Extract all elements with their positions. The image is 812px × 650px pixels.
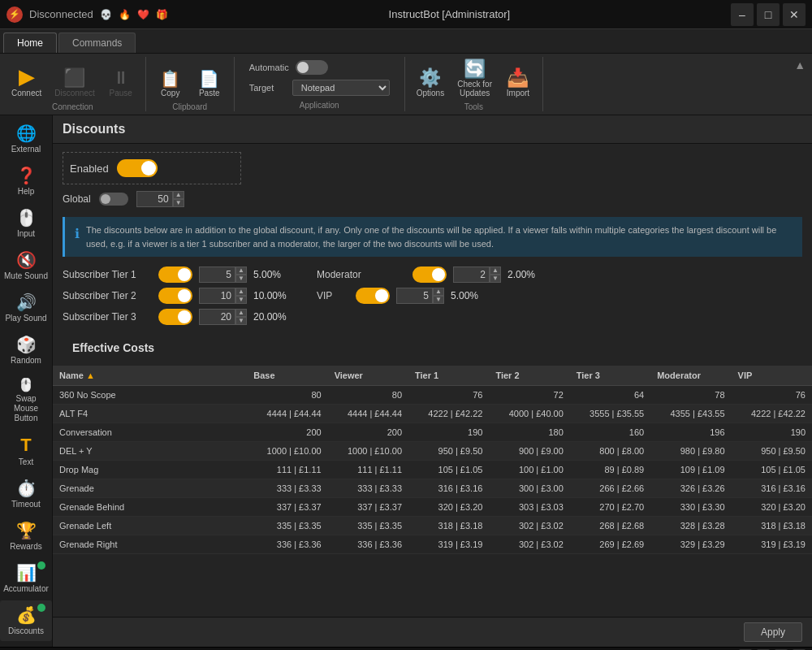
cell-moderator: 196 — [650, 423, 731, 442]
cell-moderator: 329 | £3.29 — [650, 535, 731, 554]
sidebar-item-text[interactable]: T Text — [0, 430, 52, 472]
sidebar-item-help[interactable]: ❓ Help — [0, 161, 52, 202]
col-tier1[interactable]: Tier 1 — [408, 366, 489, 386]
sidebar-item-random[interactable]: 🎲 Random — [0, 330, 52, 370]
subscriber-section: Subscriber Tier 1 ▲ ▼ 5.00% Moderator — [63, 266, 802, 325]
vip-toggle-knob — [375, 289, 388, 302]
sidebar-item-discounts[interactable]: 💰 Discounts — [0, 600, 52, 641]
moderator-spin-down[interactable]: ▼ — [490, 275, 501, 283]
sidebar-item-play-sound[interactable]: 🔊 Play Sound — [0, 288, 52, 328]
cell-vip: 105 | £1.05 — [732, 461, 812, 479]
tier2-input[interactable] — [199, 288, 235, 304]
disconnect-button[interactable]: ⬛ Disconnect — [50, 66, 99, 101]
cell-vip: 190 — [732, 423, 812, 442]
tier3-input[interactable] — [199, 309, 235, 325]
tier2-spin-up[interactable]: ▲ — [235, 288, 247, 296]
vip-toggle[interactable] — [356, 288, 390, 304]
vip-input[interactable] — [396, 288, 433, 304]
global-toggle[interactable] — [99, 193, 128, 206]
cell-name: Conversation — [53, 423, 247, 442]
section-title: Discounts — [63, 122, 125, 136]
vip-spin-up[interactable]: ▲ — [433, 288, 444, 296]
tier1-input[interactable] — [199, 266, 235, 283]
global-spin-up[interactable]: ▲ — [173, 191, 184, 199]
options-icon: ⚙️ — [419, 69, 441, 87]
sidebar-item-mute-sound[interactable]: 🔇 Mute Sound — [0, 245, 52, 286]
cell-tier2: 180 — [489, 423, 569, 442]
col-base[interactable]: Base — [247, 366, 327, 386]
tier2-toggle[interactable] — [158, 288, 192, 304]
tab-home[interactable]: Home — [3, 32, 57, 53]
sidebar-item-input[interactable]: 🖱️ Input — [0, 203, 52, 244]
cell-name: DEL + Y — [53, 442, 247, 461]
connection-status: Disconnected — [29, 8, 93, 20]
cell-base: 1000 | £10.00 — [247, 442, 327, 461]
cell-tier1: 105 | £1.05 — [408, 461, 489, 479]
vip-spin-group: ▲ ▼ — [433, 288, 444, 304]
info-box: ℹ The discounts below are in addition to… — [63, 217, 802, 257]
sidebar-item-rewards[interactable]: 🏆 Rewards — [0, 516, 52, 557]
tier1-spin-up[interactable]: ▲ — [235, 266, 247, 275]
tab-commands[interactable]: Commands — [58, 32, 136, 53]
play-sound-label: Play Sound — [5, 314, 46, 323]
accumulator-icon: 📊 — [16, 563, 37, 583]
import-button[interactable]: 📥 Import — [500, 66, 536, 101]
global-label: Global — [63, 193, 91, 205]
paste-button[interactable]: 📄 Paste — [192, 67, 227, 101]
pause-button[interactable]: ⏸ Pause — [103, 66, 139, 101]
sidebar-item-accumulator[interactable]: 📊 Accumulator — [0, 558, 52, 599]
col-viewer[interactable]: Viewer — [328, 366, 408, 386]
options-button[interactable]: ⚙️ Options — [412, 66, 449, 101]
moderator-input[interactable] — [453, 266, 490, 283]
maximize-button[interactable]: □ — [757, 3, 780, 26]
vip-spin-down[interactable]: ▼ — [433, 296, 444, 304]
automatic-toggle[interactable] — [296, 60, 328, 75]
col-name[interactable]: Name — [53, 366, 247, 386]
sidebar-item-timeout[interactable]: ⏱️ Timeout — [0, 474, 52, 514]
tier3-toggle[interactable] — [158, 309, 192, 325]
accumulator-label: Accumulator — [3, 584, 49, 594]
ribbon-tools-group: ⚙️ Options 🔄 Check forUpdates 📥 Import T… — [405, 57, 543, 111]
tier2-spin-down[interactable]: ▼ — [235, 296, 247, 304]
apply-button[interactable]: Apply — [744, 622, 802, 642]
automatic-row: Automatic — [249, 60, 390, 75]
connect-icon: ▶ — [19, 66, 35, 87]
close-button[interactable]: ✕ — [783, 3, 806, 26]
ribbon-collapse-button[interactable]: ▲ — [788, 57, 812, 73]
automatic-label: Automatic — [249, 63, 289, 72]
sidebar-item-external[interactable]: 🌐 External — [0, 119, 52, 159]
check-updates-button[interactable]: 🔄 Check forUpdates — [452, 57, 497, 101]
connect-button[interactable]: ▶ Connect — [6, 63, 46, 101]
sidebar-item-swap-mouse[interactable]: 🖱️ Swap Mouse Button — [0, 372, 52, 428]
target-select[interactable]: Notepad — [292, 80, 390, 96]
title-bar-left: ⚡ Disconnected 💀 🔥 ❤️ 🎁 — [6, 6, 168, 23]
tier3-spin-down[interactable]: ▼ — [235, 317, 247, 325]
check-updates-icon: 🔄 — [464, 60, 486, 78]
enabled-toggle[interactable] — [117, 159, 158, 177]
col-tier2[interactable]: Tier 2 — [489, 366, 569, 386]
cell-tier3: 270 | £2.70 — [570, 498, 650, 517]
global-value-input[interactable]: 50 — [136, 191, 173, 207]
table-body: 360 No Scope 80 80 76 72 64 78 76 ALT F4… — [53, 386, 812, 554]
input-icon: 🖱️ — [16, 208, 37, 228]
tier3-spin-up[interactable]: ▲ — [235, 309, 247, 317]
cell-vip: 316 | £3.16 — [732, 479, 812, 498]
swap-mouse-icon: 🖱️ — [18, 377, 34, 392]
cell-vip: 318 | £3.18 — [732, 517, 812, 535]
col-tier3[interactable]: Tier 3 — [570, 366, 650, 386]
cell-tier1: 316 | £3.16 — [408, 479, 489, 498]
cell-name: Grenade Right — [53, 535, 247, 554]
cell-viewer: 337 | £3.37 — [328, 498, 408, 517]
minimize-button[interactable]: – — [731, 3, 754, 26]
copy-button[interactable]: 📋 Copy — [153, 67, 188, 101]
costs-table: Name Base Viewer Tier 1 Tier 2 Tier 3 Mo… — [53, 366, 812, 617]
tier3-row: Subscriber Tier 3 ▲ ▼ 20.00% — [63, 309, 802, 325]
tier1-spin-down[interactable]: ▼ — [235, 275, 247, 283]
col-vip[interactable]: VIP — [732, 366, 812, 386]
col-moderator[interactable]: Moderator — [650, 366, 731, 386]
moderator-toggle[interactable] — [412, 266, 447, 283]
tier1-toggle[interactable] — [158, 266, 192, 283]
global-spin-down[interactable]: ▼ — [173, 199, 184, 207]
moderator-spin-up[interactable]: ▲ — [490, 266, 501, 275]
cell-name: Grenade Behind — [53, 498, 247, 517]
